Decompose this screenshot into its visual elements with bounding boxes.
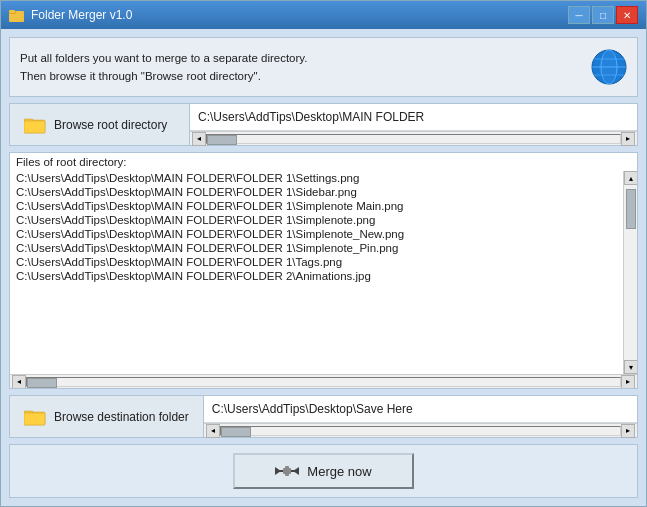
globe-icon bbox=[591, 49, 627, 85]
dest-hscroll-thumb[interactable] bbox=[221, 427, 251, 437]
files-vscroll[interactable]: ▴ ▾ bbox=[623, 171, 637, 374]
info-line1: Put all folders you want to merge to a s… bbox=[20, 49, 307, 67]
info-panel: Put all folders you want to merge to a s… bbox=[9, 37, 638, 97]
info-line2: Then browse it through "Browse root dire… bbox=[20, 67, 307, 85]
list-item: C:\Users\AddTips\Desktop\MAIN FOLDER\FOL… bbox=[10, 185, 623, 199]
maximize-button[interactable]: □ bbox=[592, 6, 614, 24]
svg-rect-2 bbox=[9, 10, 15, 13]
window-controls: ─ □ ✕ bbox=[568, 6, 638, 24]
minimize-button[interactable]: ─ bbox=[568, 6, 590, 24]
list-item: C:\Users\AddTips\Desktop\MAIN FOLDER\FOL… bbox=[10, 171, 623, 185]
title-bar: Folder Merger v1.0 ─ □ ✕ bbox=[1, 1, 646, 29]
close-button[interactable]: ✕ bbox=[616, 6, 638, 24]
merge-label: Merge now bbox=[307, 464, 371, 479]
merge-icon bbox=[275, 463, 299, 479]
hscroll-left-arrow[interactable]: ◂ bbox=[192, 132, 206, 146]
browse-dest-hscroll[interactable]: ◂ ▸ bbox=[204, 423, 637, 437]
browse-root-button[interactable]: Browse root directory bbox=[10, 104, 190, 145]
browse-root-path: C:\Users\AddTips\Desktop\MAIN FOLDER bbox=[190, 104, 637, 131]
main-window: Folder Merger v1.0 ─ □ ✕ Put all folders… bbox=[0, 0, 647, 507]
merge-button[interactable]: Merge now bbox=[233, 453, 413, 489]
files-hscroll-thumb[interactable] bbox=[27, 378, 57, 388]
browse-dest-path-area: C:\Users\AddTips\Desktop\Save Here ◂ ▸ bbox=[204, 396, 637, 437]
list-item: C:\Users\AddTips\Desktop\MAIN FOLDER\FOL… bbox=[10, 241, 623, 255]
dest-hscroll-track[interactable] bbox=[220, 426, 621, 436]
list-item: C:\Users\AddTips\Desktop\MAIN FOLDER\FOL… bbox=[10, 213, 623, 227]
list-item: C:\Users\AddTips\Desktop\MAIN FOLDER\FOL… bbox=[10, 227, 623, 241]
info-text: Put all folders you want to merge to a s… bbox=[20, 49, 307, 86]
svg-rect-13 bbox=[24, 413, 45, 425]
browse-dest-row: Browse destination folder C:\Users\AddTi… bbox=[9, 395, 638, 438]
list-item: C:\Users\AddTips\Desktop\MAIN FOLDER\FOL… bbox=[10, 255, 623, 269]
merge-row: Merge now bbox=[9, 444, 638, 498]
title-bar-left: Folder Merger v1.0 bbox=[9, 7, 132, 23]
hscroll-thumb[interactable] bbox=[207, 135, 237, 145]
files-hscroll-right[interactable]: ▸ bbox=[621, 375, 635, 389]
folder-icon bbox=[24, 116, 46, 134]
vscroll-thumb[interactable] bbox=[626, 189, 636, 229]
hscroll-track[interactable] bbox=[206, 134, 621, 144]
window-title: Folder Merger v1.0 bbox=[31, 8, 132, 22]
browse-dest-label: Browse destination folder bbox=[54, 410, 189, 424]
files-hscroll[interactable]: ◂ ▸ bbox=[10, 374, 637, 388]
svg-rect-10 bbox=[24, 121, 45, 133]
files-hscroll-left[interactable]: ◂ bbox=[12, 375, 26, 389]
files-hscroll-track[interactable] bbox=[26, 377, 621, 387]
files-content: C:\Users\AddTips\Desktop\MAIN FOLDER\FOL… bbox=[10, 171, 637, 374]
files-list: C:\Users\AddTips\Desktop\MAIN FOLDER\FOL… bbox=[10, 171, 623, 374]
hscroll-right-arrow[interactable]: ▸ bbox=[621, 132, 635, 146]
files-panel: Files of root directory: C:\Users\AddTip… bbox=[9, 152, 638, 389]
browse-root-path-area: C:\Users\AddTips\Desktop\MAIN FOLDER ◂ ▸ bbox=[190, 104, 637, 145]
dest-hscroll-right[interactable]: ▸ bbox=[621, 424, 635, 438]
svg-rect-18 bbox=[285, 466, 289, 476]
browse-root-hscroll[interactable]: ◂ ▸ bbox=[190, 131, 637, 145]
svg-marker-16 bbox=[293, 467, 299, 475]
browse-dest-path: C:\Users\AddTips\Desktop\Save Here bbox=[204, 396, 637, 423]
vscroll-track[interactable] bbox=[625, 185, 637, 360]
folder-dest-icon bbox=[24, 408, 46, 426]
window-body: Put all folders you want to merge to a s… bbox=[1, 29, 646, 506]
svg-marker-15 bbox=[275, 467, 281, 475]
vscroll-up-arrow[interactable]: ▴ bbox=[624, 171, 638, 185]
dest-hscroll-left[interactable]: ◂ bbox=[206, 424, 220, 438]
browse-dest-button[interactable]: Browse destination folder bbox=[10, 396, 204, 437]
vscroll-down-arrow[interactable]: ▾ bbox=[624, 360, 638, 374]
list-item: C:\Users\AddTips\Desktop\MAIN FOLDER\FOL… bbox=[10, 199, 623, 213]
browse-root-label: Browse root directory bbox=[54, 118, 167, 132]
list-item: C:\Users\AddTips\Desktop\MAIN FOLDER\FOL… bbox=[10, 269, 623, 283]
browse-root-row: Browse root directory C:\Users\AddTips\D… bbox=[9, 103, 638, 146]
files-header: Files of root directory: bbox=[10, 153, 637, 171]
app-icon bbox=[9, 7, 25, 23]
